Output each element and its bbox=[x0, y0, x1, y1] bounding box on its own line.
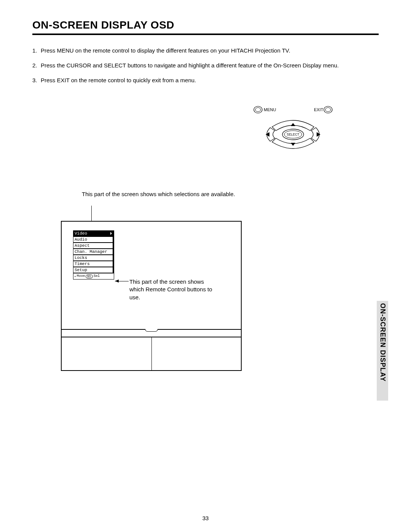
osd-hint-row: ✦ Move SEL Sel bbox=[73, 273, 114, 280]
select-label: SELECT bbox=[287, 133, 299, 136]
callout-selections: This part of the screen shows which sele… bbox=[82, 190, 253, 198]
osd-item-video: Video bbox=[73, 230, 114, 236]
page-title: ON-SCREEN DISPLAY OSD bbox=[32, 19, 379, 31]
step-1: 1. Press MENU on the remote control to d… bbox=[32, 46, 379, 54]
osd-item-chan-manager: Chan. Manager bbox=[73, 249, 114, 255]
side-tab: ON-SCREEN DISPLAY bbox=[377, 301, 388, 401]
callout-arrow-right bbox=[115, 280, 119, 283]
step-text: Press EXIT on the remote control to quic… bbox=[41, 76, 196, 84]
osd-hint-move: Move bbox=[77, 274, 85, 279]
callout-remote-buttons: This part of the screen shows which Remo… bbox=[129, 278, 213, 301]
tv-screen: Video Audio Aspect Chan. Manager Locks T… bbox=[61, 221, 242, 330]
step-num: 3. bbox=[32, 76, 41, 84]
osd-sel-badge: SEL bbox=[86, 275, 93, 278]
tv-base-divider bbox=[151, 337, 152, 370]
osd-item-aspect: Aspect bbox=[73, 243, 114, 249]
step-num: 2. bbox=[32, 61, 41, 69]
tv-base-lower bbox=[61, 337, 242, 371]
svg-point-1 bbox=[325, 108, 331, 112]
menu-button-icon bbox=[254, 106, 262, 113]
osd-menu: Video Audio Aspect Chan. Manager Locks T… bbox=[73, 230, 114, 280]
exit-button-icon bbox=[324, 106, 332, 113]
svg-point-0 bbox=[255, 108, 261, 112]
exit-label: EXIT bbox=[314, 107, 323, 112]
step-text: Press the CURSOR and SELECT buttons to n… bbox=[41, 61, 339, 69]
menu-label: MENU bbox=[264, 107, 276, 112]
instruction-list: 1. Press MENU on the remote control to d… bbox=[32, 46, 379, 84]
step-num: 1. bbox=[32, 46, 41, 54]
step-3: 3. Press EXIT on the remote control to q… bbox=[32, 76, 379, 84]
remote-dpad-diagram: MENU EXIT SELECT bbox=[251, 102, 335, 155]
title-rule bbox=[32, 34, 379, 35]
tv-base-upper bbox=[61, 330, 242, 337]
page-number: 33 bbox=[0, 515, 411, 521]
osd-item-setup: Setup bbox=[73, 267, 114, 273]
side-tab-label: ON-SCREEN DISPLAY bbox=[379, 303, 387, 382]
osd-item-audio: Audio bbox=[73, 236, 114, 243]
osd-hint-sel: Sel bbox=[94, 274, 100, 279]
move-icon: ✦ bbox=[74, 275, 76, 278]
step-text: Press MENU on the remote control to disp… bbox=[41, 46, 290, 54]
osd-item-locks: Locks bbox=[73, 255, 114, 261]
step-2: 2. Press the CURSOR and SELECT buttons t… bbox=[32, 61, 379, 69]
osd-item-timers: Timers bbox=[73, 261, 114, 267]
